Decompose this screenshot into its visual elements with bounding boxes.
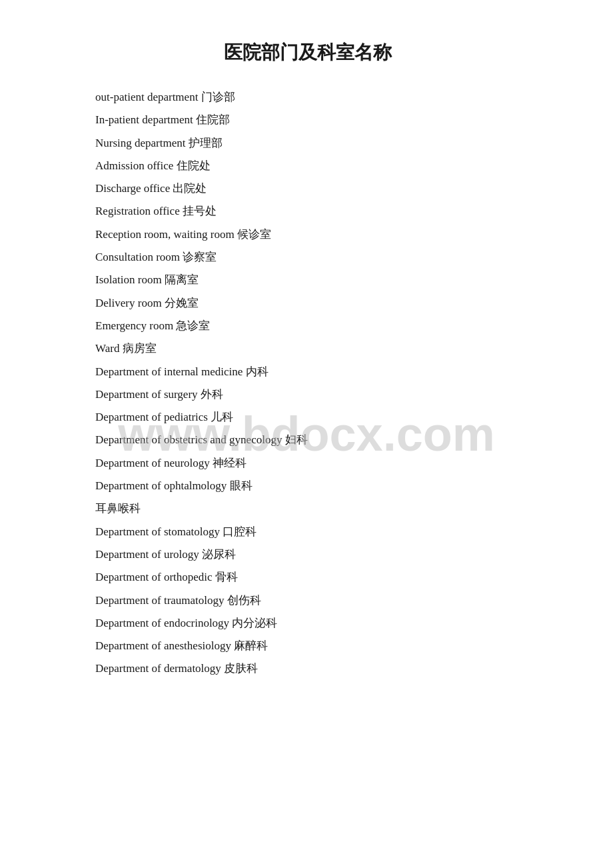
list-item: 耳鼻喉科 <box>95 498 520 519</box>
list-item: Department of internal medicine 内科 <box>95 361 520 383</box>
list-item: Department of stomatology 口腔科 <box>95 521 520 543</box>
list-item: Reception room, waiting room 候诊室 <box>95 224 520 245</box>
list-item: In-patient department 住院部 <box>95 109 520 131</box>
list-item: Department of traumatology 创伤科 <box>95 590 520 611</box>
list-item: Registration office 挂号处 <box>95 201 520 222</box>
list-item: Department of urology 泌尿科 <box>95 544 520 565</box>
list-item: Department of pediatrics 儿科 <box>95 407 520 428</box>
list-item: Delivery room 分娩室 <box>95 293 520 314</box>
page-title: 医院部门及科室名称 <box>95 40 520 65</box>
list-item: Department of ophtalmology 眼科 <box>95 475 520 497</box>
department-list: out-patient department 门诊部In-patient dep… <box>95 87 520 680</box>
list-item: Discharge office 出院处 <box>95 178 520 199</box>
list-item: out-patient department 门诊部 <box>95 87 520 108</box>
list-item: Nursing department 护理部 <box>95 133 520 154</box>
list-item: Department of dermatology 皮肤科 <box>95 658 520 679</box>
list-item: Department of orthopedic 骨科 <box>95 567 520 588</box>
list-item: Department of endocrinology 内分泌科 <box>95 613 520 634</box>
list-item: Department of neurology 神经科 <box>95 453 520 474</box>
list-item: Ward 病房室 <box>95 338 520 359</box>
list-item: Emergency room 急诊室 <box>95 315 520 337</box>
list-item: Admission office 住院处 <box>95 155 520 177</box>
list-item: Department of anesthesiology 麻醉科 <box>95 635 520 657</box>
list-item: Department of obstetrics and gynecology … <box>95 429 520 451</box>
list-item: Department of surgery 外科 <box>95 384 520 405</box>
list-item: Consultation room 诊察室 <box>95 247 520 268</box>
list-item: Isolation room 隔离室 <box>95 269 520 291</box>
